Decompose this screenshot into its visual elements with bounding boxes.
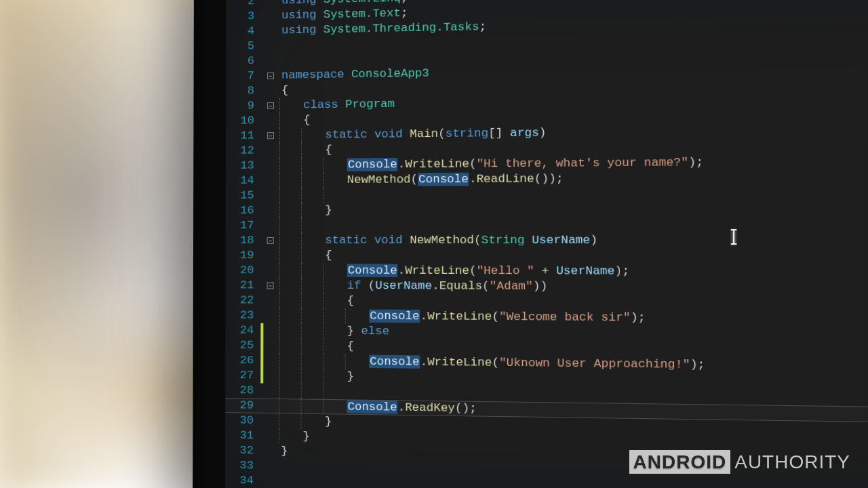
token-id: UserName: [556, 264, 614, 278]
token-id: UserName: [532, 233, 590, 247]
fold-gutter: [265, 23, 277, 38]
indent-guide-icon: [279, 113, 280, 128]
indent-guide-icon: [279, 143, 280, 158]
token-kw: if: [347, 279, 368, 292]
line-number: 3: [226, 9, 261, 24]
indent-guide-icon: [279, 188, 280, 203]
token-pn: }: [303, 430, 310, 443]
code-content[interactable]: Console.WriteLine("Hello " + UserName);: [277, 263, 868, 280]
line-number: 26: [225, 353, 260, 369]
token-pn: .: [432, 279, 439, 292]
indent-guide-icon: [279, 353, 279, 368]
token-pn: (: [492, 356, 499, 369]
code-content[interactable]: [277, 185, 868, 203]
fold-gutter: [265, 68, 277, 83]
fold-toggle-icon[interactable]: [267, 102, 274, 109]
indent-guide-icon: [301, 233, 302, 248]
fold-toggle-icon[interactable]: [267, 73, 274, 79]
token-pn: ();: [455, 401, 477, 415]
token-id: args: [510, 126, 539, 140]
code-content[interactable]: [277, 216, 868, 232]
token-mth: ReadKey: [405, 401, 455, 415]
indent-guide-icon: [301, 354, 302, 369]
token-mth: Equals: [439, 279, 482, 293]
fold-gutter: [265, 233, 277, 248]
token-cls: System.Threading.Tasks: [323, 20, 479, 36]
token-pn: (: [411, 173, 418, 186]
token-mth: NewMethod: [410, 234, 474, 247]
fold-gutter: [265, 173, 277, 188]
token-pn: }: [347, 370, 354, 383]
fold-gutter: [264, 443, 277, 459]
indent-guide-icon: [345, 308, 346, 323]
token-pn: {: [325, 143, 332, 156]
token-str: "Hello ": [477, 264, 534, 278]
indent-guide-icon: [279, 128, 280, 143]
fold-gutter: [264, 384, 277, 399]
indent-guide-icon: [323, 369, 323, 384]
code-line[interactable]: 18static void NewMethod(String UserName): [226, 232, 868, 248]
indent-guide-icon: [301, 203, 302, 218]
code-content[interactable]: static void NewMethod(String UserName): [277, 232, 868, 248]
line-number: 8: [226, 83, 261, 99]
token-pn: );: [688, 156, 703, 169]
token-mth: NewMethod: [347, 173, 411, 186]
token-pn: {: [303, 113, 310, 126]
line-number: 9: [226, 98, 261, 114]
token-cls: System.Linq: [323, 0, 401, 6]
token-pn: .: [398, 158, 405, 171]
token-pn: ());: [534, 172, 564, 186]
token-pn: (: [474, 234, 481, 247]
fold-gutter: [264, 428, 277, 444]
token-kw: string: [446, 127, 488, 140]
token-str: "Welcome back sir": [499, 310, 631, 325]
code-line[interactable]: 19{: [226, 248, 868, 264]
code-content[interactable]: {: [277, 248, 868, 264]
change-bar-icon: [260, 353, 263, 368]
fold-gutter: [265, 203, 277, 218]
indent-guide-icon: [279, 384, 279, 399]
indent-guide-icon: [301, 128, 302, 143]
indent-guide-icon: [301, 369, 302, 384]
code-line[interactable]: 16}: [226, 201, 868, 218]
fold-toggle-icon[interactable]: [267, 282, 274, 289]
line-number: 12: [226, 143, 261, 158]
line-number: 30: [225, 413, 260, 428]
indent-guide-icon: [345, 354, 346, 369]
fold-gutter: [264, 323, 277, 338]
fold-toggle-icon[interactable]: [267, 237, 274, 244]
line-number: 14: [226, 173, 261, 188]
token-pn: .: [420, 355, 428, 369]
token-pn: ;: [401, 0, 408, 5]
token-pn: []: [488, 127, 510, 140]
token-pn: (: [469, 264, 477, 277]
fold-gutter: [265, 54, 277, 68]
fold-gutter: [265, 218, 277, 233]
token-kw: static: [325, 234, 374, 247]
indent-guide-icon: [323, 323, 323, 338]
indent-guide-icon: [279, 369, 279, 384]
change-bar-icon: [260, 323, 263, 338]
line-number: 22: [225, 293, 260, 308]
fold-gutter: [264, 399, 277, 413]
indent-guide-icon: [323, 399, 323, 414]
line-number: 23: [225, 308, 260, 323]
token-pn: ;: [479, 20, 487, 34]
indent-guide-icon: [301, 158, 302, 173]
code-line[interactable]: 15: [226, 185, 868, 203]
token-pn: {: [347, 294, 354, 307]
fold-toggle-icon[interactable]: [267, 132, 274, 139]
indent-guide-icon: [301, 293, 302, 308]
code-editor[interactable]: 1using System.Collections…2using System.…: [225, 0, 868, 488]
token-kw: void: [374, 127, 410, 141]
token-pn: {: [347, 340, 354, 352]
line-number: 10: [226, 113, 261, 129]
indent-guide-icon: [323, 173, 323, 188]
code-line[interactable]: 17: [226, 216, 868, 233]
fold-gutter: [265, 83, 277, 98]
token-pn: .: [398, 401, 405, 414]
token-pn: {: [281, 84, 288, 97]
code-content[interactable]: }: [277, 201, 868, 218]
fold-gutter: [265, 113, 277, 128]
token-kw: class: [303, 98, 345, 112]
